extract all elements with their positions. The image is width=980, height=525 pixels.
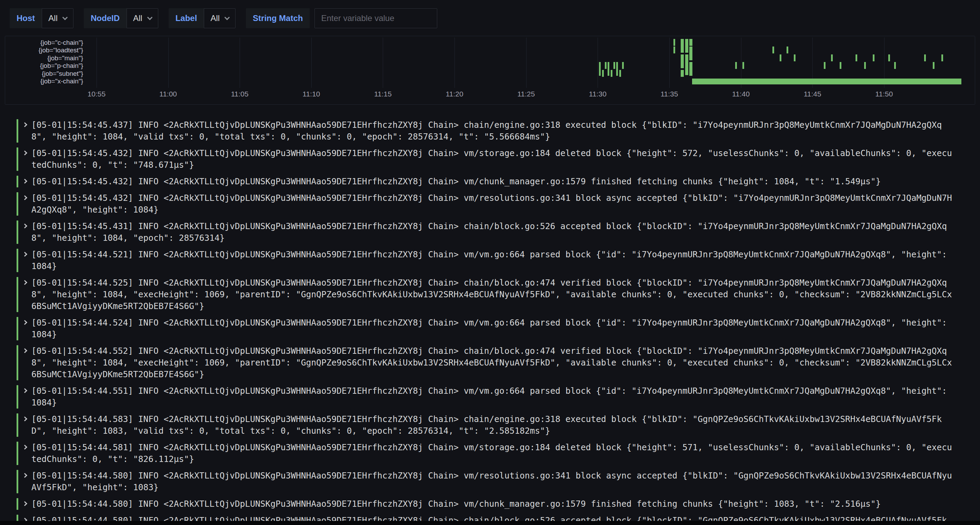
chevron-right-icon xyxy=(22,122,27,127)
gridline xyxy=(526,38,527,88)
expand-log-button[interactable] xyxy=(18,317,31,340)
log-row[interactable]: [05-01|15:54:45.432] INFO <2AcRkXTLLtQjv… xyxy=(17,176,970,187)
log-volume-mark xyxy=(840,62,842,69)
legend-series-label[interactable]: {job="main"} xyxy=(5,54,83,62)
log-volume-mark xyxy=(673,46,675,53)
gridline xyxy=(669,38,670,88)
chevron-down-icon xyxy=(147,14,153,20)
variable-filter: NodeID All xyxy=(84,8,158,28)
chevron-right-icon xyxy=(22,320,27,325)
log-row[interactable]: [05-01|15:54:44.583] INFO <2AcRkXTLLtQjv… xyxy=(17,413,970,437)
string-match-input[interactable] xyxy=(315,8,437,28)
chevron-right-icon xyxy=(22,252,27,257)
variable-label: Label xyxy=(169,8,204,28)
x-axis-tick-label: 10:55 xyxy=(88,90,105,98)
gridline xyxy=(240,38,240,88)
log-volume-mark xyxy=(605,62,606,69)
chevron-right-icon xyxy=(22,348,27,353)
expand-log-button[interactable] xyxy=(18,413,31,437)
log-volume-mark xyxy=(673,39,675,46)
log-volume-mark xyxy=(689,46,692,60)
log-row[interactable]: [05-01|15:54:45.431] INFO <2AcRkXTLLtQjv… xyxy=(17,220,970,244)
log-row[interactable]: [05-01|15:54:44.524] INFO <2AcRkXTLLtQjv… xyxy=(17,317,970,340)
gridline xyxy=(97,38,97,88)
variable-value-dropdown[interactable]: All xyxy=(42,8,73,28)
timeline-plot[interactable]: 10:5511:0011:0511:1011:1511:2011:2511:30… xyxy=(88,36,970,105)
expand-log-button[interactable] xyxy=(18,148,31,171)
log-volume-mark xyxy=(873,54,875,61)
legend-series-label[interactable]: {job="x-chain"} xyxy=(5,78,83,85)
expand-log-button[interactable] xyxy=(18,385,31,409)
x-axis-tick-label: 11:00 xyxy=(159,90,177,98)
log-row[interactable]: [05-01|15:54:44.580] INFO <2AcRkXTLLtQjv… xyxy=(17,470,970,493)
log-volume-mark xyxy=(619,70,621,77)
legend-series-label[interactable]: {job="p-chain"} xyxy=(5,62,83,70)
log-volume-mark xyxy=(685,54,688,75)
x-axis-tick-label: 11:10 xyxy=(302,90,320,98)
chevron-down-icon xyxy=(62,14,68,20)
log-row[interactable]: [05-01|15:54:45.432] INFO <2AcRkXTLLtQjv… xyxy=(17,148,970,171)
log-volume-mark xyxy=(681,54,684,68)
expand-log-button[interactable] xyxy=(18,192,31,216)
log-row[interactable]: [05-01|15:54:44.581] INFO <2AcRkXTLLtQjv… xyxy=(17,442,970,465)
log-row[interactable]: [05-01|15:54:44.552] INFO <2AcRkXTLLtQjv… xyxy=(17,345,970,380)
expand-log-button[interactable] xyxy=(18,345,31,380)
log-volume-mark xyxy=(933,62,934,69)
gridline xyxy=(598,38,598,88)
log-text: [05-01|15:54:45.432] INFO <2AcRkXTLLtQjv… xyxy=(31,192,956,216)
x-axis-tick-label: 11:50 xyxy=(875,90,893,98)
log-volume-mark xyxy=(608,62,609,76)
expand-log-button[interactable] xyxy=(18,119,31,143)
legend-series-label[interactable]: {job="c-chain"} xyxy=(5,39,83,46)
expand-log-button[interactable] xyxy=(18,442,31,465)
variable-value-dropdown[interactable]: All xyxy=(127,8,158,28)
log-row[interactable]: [05-01|15:54:45.437] INFO <2AcRkXTLLtQjv… xyxy=(17,119,970,143)
log-volume-mark xyxy=(689,39,692,46)
log-volume-mark xyxy=(831,54,833,61)
log-row[interactable]: [05-01|15:54:44.521] INFO <2AcRkXTLLtQjv… xyxy=(17,249,970,272)
log-volume-mark xyxy=(780,54,781,61)
log-volume-mark xyxy=(685,39,688,53)
log-volume-mark xyxy=(689,62,692,76)
x-axis-tick-label: 11:30 xyxy=(589,90,606,98)
expand-log-button[interactable] xyxy=(18,470,31,493)
expand-log-button[interactable] xyxy=(18,498,31,510)
log-text: [05-01|15:54:44.525] INFO <2AcRkXTLLtQjv… xyxy=(31,277,956,312)
gridline xyxy=(383,38,383,88)
x-axis-tick-label: 11:05 xyxy=(231,90,249,98)
legend-series-label[interactable]: {job="subnet"} xyxy=(5,70,83,78)
variable-value-dropdown[interactable]: All xyxy=(204,8,235,28)
chevron-right-icon xyxy=(22,179,27,184)
x-axis-tick-label: 11:15 xyxy=(374,90,392,98)
expand-log-button[interactable] xyxy=(18,220,31,244)
log-volume-mark xyxy=(864,62,866,69)
log-list: [05-01|15:54:45.437] INFO <2AcRkXTLLtQjv… xyxy=(17,119,970,525)
log-text: [05-01|15:54:45.431] INFO <2AcRkXTLLtQjv… xyxy=(31,220,956,244)
log-text: [05-01|15:54:44.521] INFO <2AcRkXTLLtQjv… xyxy=(31,249,956,272)
log-volume-mark xyxy=(622,62,624,69)
string-match-group: String Match xyxy=(246,8,437,28)
x-axis-tick-label: 11:35 xyxy=(660,90,678,98)
log-row[interactable]: [05-01|15:54:44.551] INFO <2AcRkXTLLtQjv… xyxy=(17,385,970,409)
log-volume-mark xyxy=(616,62,618,76)
gridline xyxy=(168,38,169,88)
legend-series-label[interactable]: {job="loadtest"} xyxy=(5,46,83,54)
expand-log-button[interactable] xyxy=(18,277,31,312)
x-axis-tick-label: 11:25 xyxy=(517,90,535,98)
log-row[interactable]: [05-01|15:54:44.580] INFO <2AcRkXTLLtQjv… xyxy=(17,498,970,510)
log-text: [05-01|15:54:44.581] INFO <2AcRkXTLLtQjv… xyxy=(31,442,956,465)
chevron-right-icon xyxy=(22,473,27,478)
chevron-right-icon xyxy=(22,501,27,506)
expand-log-button[interactable] xyxy=(18,249,31,272)
timeline-legend: {job="c-chain"}{job="loadtest"}{job="mai… xyxy=(5,36,88,105)
x-axis-tick-label: 11:45 xyxy=(804,90,821,98)
expand-log-button[interactable] xyxy=(18,176,31,187)
chevron-right-icon xyxy=(22,151,27,155)
log-row[interactable]: [05-01|15:54:45.432] INFO <2AcRkXTLLtQjv… xyxy=(17,192,970,216)
chevron-down-icon xyxy=(224,14,230,20)
chevron-right-icon xyxy=(22,445,27,450)
log-text: [05-01|15:54:44.524] INFO <2AcRkXTLLtQjv… xyxy=(31,317,956,340)
variable-label: Host xyxy=(10,8,42,28)
log-volume-mark xyxy=(856,54,857,61)
log-row[interactable]: [05-01|15:54:44.525] INFO <2AcRkXTLLtQjv… xyxy=(17,277,970,312)
